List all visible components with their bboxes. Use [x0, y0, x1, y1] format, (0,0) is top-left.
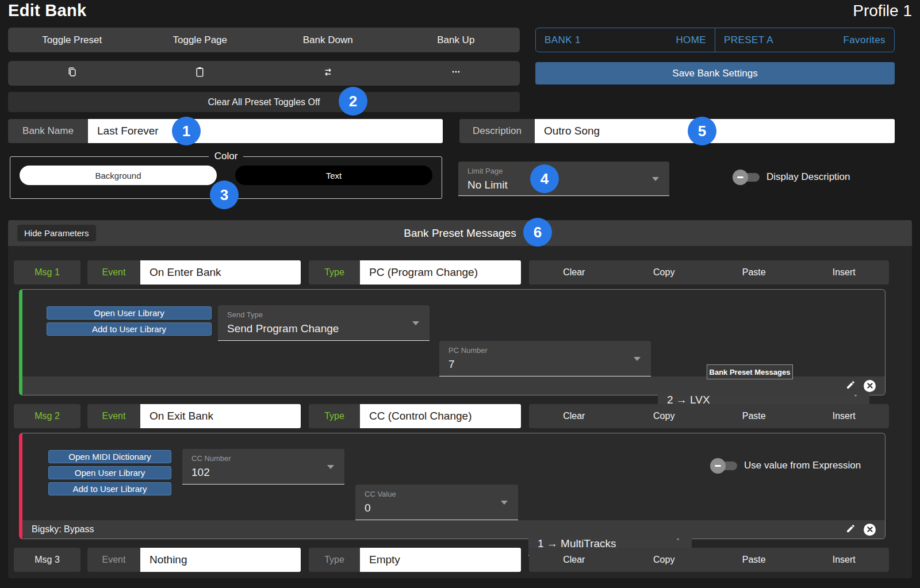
msg2-copy-button[interactable]: Copy	[619, 404, 710, 428]
msg1-copy-button[interactable]: Copy	[619, 260, 710, 285]
chevron-down-icon	[412, 321, 419, 325]
save-bank-settings-button[interactable]: Save Bank Settings	[535, 62, 895, 84]
description-label: Description	[459, 119, 535, 143]
hide-parameters-button[interactable]: Hide Parameters	[17, 225, 96, 241]
limit-page-label: Limit Page	[467, 167, 660, 175]
msg1-chip[interactable]: Msg 1	[14, 260, 80, 285]
msg3-chip[interactable]: Msg 3	[14, 548, 80, 572]
open-user-library-button[interactable]: Open User Library	[47, 306, 212, 320]
bank-up-button[interactable]: Bank Up	[392, 28, 520, 52]
msg2-clear-button[interactable]: Clear	[529, 404, 619, 428]
msg1-paste-button[interactable]: Paste	[709, 260, 799, 285]
cc-number-dropdown[interactable]: CC Number 102	[182, 449, 344, 485]
pencil-icon	[846, 380, 856, 391]
cc-value-label: CC Value	[365, 490, 509, 498]
open-user-library-button-msg2[interactable]: Open User Library	[48, 466, 171, 479]
swap-icon	[323, 67, 334, 80]
tab-favorites[interactable]: Favorites	[843, 34, 885, 46]
msg1-detail-panel: Open User Library Add to User Library Se…	[19, 289, 885, 395]
delete-message-button-msg2[interactable]	[864, 524, 876, 536]
chevron-down-icon	[634, 357, 641, 361]
tab-preset[interactable]: PRESET A	[724, 34, 773, 46]
msg2-type-label: Type	[309, 404, 360, 428]
send-type-label: Send Type	[227, 310, 420, 319]
paste-button[interactable]	[136, 61, 264, 86]
msg2-event-select[interactable]: On Exit Bank	[140, 404, 301, 428]
chevron-down-icon	[327, 465, 334, 469]
step-badge-6: 6	[523, 218, 552, 247]
more-button[interactable]	[392, 61, 520, 86]
tab-bank[interactable]: BANK 1	[545, 34, 581, 46]
cc-value-value: 0	[365, 502, 509, 514]
cc-number-value: 102	[191, 466, 335, 479]
pc-number-label: PC Number	[448, 346, 642, 355]
msg3-type-select[interactable]: Empty	[360, 548, 521, 572]
clear-all-toggles-button[interactable]: Clear All Preset Toggles Off	[8, 92, 520, 112]
toggle-knob	[733, 170, 748, 185]
step-badge-1: 1	[172, 117, 201, 145]
msg2-panel-footer: Bigsky: Bypass	[22, 520, 885, 539]
send-type-value: Send Program Change	[227, 322, 420, 335]
bank-preset-messages-section: Hide Parameters Bank Preset Messages Msg…	[8, 220, 912, 578]
close-circle-icon	[864, 380, 876, 392]
edit-message-button-msg2[interactable]	[846, 524, 856, 535]
use-expression-toggle[interactable]	[710, 458, 737, 474]
add-to-user-library-button[interactable]: Add to User Library	[47, 322, 212, 336]
msg1-insert-button[interactable]: Insert	[799, 260, 890, 285]
swap-button[interactable]	[264, 61, 392, 86]
msg3-paste-button[interactable]: Paste	[709, 548, 799, 572]
msg2-actions: Clear Copy Paste Insert	[529, 404, 889, 428]
msg2-footer-label: Bigsky: Bypass	[32, 524, 94, 535]
toggle-preset-button[interactable]: Toggle Preset	[8, 28, 136, 52]
bank-name-input[interactable]	[88, 119, 443, 143]
bank-tab-cell: BANK 1 HOME	[536, 28, 715, 52]
bank-name-label: Bank Name	[8, 119, 88, 143]
msg3-copy-button[interactable]: Copy	[619, 548, 710, 572]
copy-button[interactable]	[8, 61, 136, 86]
msg3-insert-button[interactable]: Insert	[799, 548, 890, 572]
msg2-type-select[interactable]: CC (Control Change)	[360, 404, 521, 428]
toggle-page-button[interactable]: Toggle Page	[136, 28, 264, 52]
bank-action-toolbar: Toggle Preset Toggle Page Bank Down Bank…	[8, 28, 520, 52]
display-description-toggle[interactable]	[733, 170, 760, 185]
msg3-clear-button[interactable]: Clear	[529, 548, 619, 572]
paste-icon	[194, 65, 206, 82]
msg1-type-label: Type	[309, 260, 360, 285]
bank-preset-messages-tooltip: Bank Preset Messages	[707, 364, 793, 379]
msg2-detail-panel: Open MIDI Dictionary Open User Library A…	[19, 433, 885, 539]
msg2-chip[interactable]: Msg 2	[14, 404, 80, 428]
edit-message-button[interactable]	[846, 380, 856, 391]
display-description-row: Display Description	[733, 166, 850, 189]
msg1-clear-button[interactable]: Clear	[529, 260, 619, 285]
display-description-label: Display Description	[766, 171, 850, 183]
more-icon	[451, 67, 461, 80]
msg3-event-select[interactable]: Nothing	[140, 548, 301, 572]
cc-value-dropdown[interactable]: CC Value 0	[355, 485, 518, 520]
chevron-down-icon	[501, 501, 508, 505]
msg1-type-select[interactable]: PC (Program Change)	[360, 260, 521, 285]
msg2-insert-button[interactable]: Insert	[799, 404, 890, 428]
step-badge-5: 5	[688, 117, 716, 145]
clear-all-toggles-label: Clear All Preset Toggles Off	[208, 97, 320, 107]
add-to-user-library-button-msg2[interactable]: Add to User Library	[48, 482, 171, 495]
breadcrumb-tabs: BANK 1 HOME PRESET A Favorites	[535, 28, 895, 52]
msg1-event-select[interactable]: On Enter Bank	[140, 260, 301, 285]
text-color-button[interactable]: Text	[235, 166, 432, 185]
limit-page-dropdown[interactable]: Limit Page No Limit	[458, 162, 669, 196]
background-color-button[interactable]: Background	[20, 166, 217, 185]
limit-page-value: No Limit	[467, 179, 660, 191]
close-circle-icon	[864, 524, 876, 536]
messages-section-title: Bank Preset Messages	[8, 227, 912, 240]
msg2-event-label: Event	[87, 404, 140, 428]
tab-home[interactable]: HOME	[676, 34, 706, 46]
step-badge-4: 4	[530, 164, 559, 193]
msg2-paste-button[interactable]: Paste	[709, 404, 799, 428]
bank-clipboard-toolbar	[8, 61, 520, 86]
open-midi-dictionary-button[interactable]: Open MIDI Dictionary	[48, 450, 171, 463]
copy-icon	[66, 65, 78, 82]
delete-message-button[interactable]	[864, 380, 876, 392]
bank-down-button[interactable]: Bank Down	[264, 28, 392, 52]
send-type-dropdown[interactable]: Send Type Send Program Change	[218, 305, 430, 341]
pc-number-dropdown[interactable]: PC Number 7	[439, 341, 651, 376]
preset-tab-cell: PRESET A Favorites	[715, 28, 894, 52]
